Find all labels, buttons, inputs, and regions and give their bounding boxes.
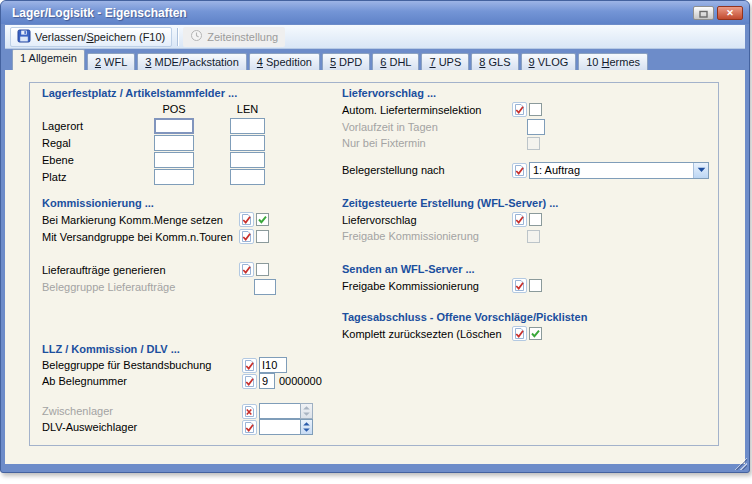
row-senden-freigabe: Freigabe Kommissionierung [342,277,714,294]
komplett-zuruecksetzen-checkbox[interactable] [529,327,542,340]
tab-dhl[interactable]: 6 DHL [372,53,419,70]
field-label: Bei Markierung Komm.Menge setzen [42,214,239,226]
window-buttons: ✕ [693,6,743,20]
field-state-check-icon[interactable] [512,278,527,293]
save-icon [17,29,31,45]
section-llz-kommission-dlv: LLZ / Kommission / DLV ... Beleggruppe f… [42,343,334,435]
field-label: Komplett zurücksezten (Löschen [342,328,512,340]
ebene-len-input[interactable] [230,152,265,168]
resize-grip[interactable] [734,457,747,470]
field-state-check-icon[interactable] [512,102,527,117]
dlv-ausweichlager-spinner[interactable] [259,419,313,435]
field-label: Belegerstellung nach [342,164,512,176]
section-title: Lagerfestplatz / Artikelstammfelder ... [42,87,334,101]
row-komm-menge: Bei Markierung Komm.Menge setzen [42,211,334,228]
field-label: Zwischenlager [42,405,242,417]
field-label: Mit Versandgruppe bei Komm.n.Touren [42,231,239,243]
autom-lieferterminselektion-checkbox[interactable] [529,103,542,116]
spinner-up-down-icon[interactable] [300,419,313,435]
field-state-check-icon[interactable] [239,229,254,244]
tab-content-allgemein: Lagerfestplatz / Artikelstammfelder ... … [5,70,745,464]
row-belegerstellung: Belegerstellung nach 1: Auftrag [342,161,714,179]
section-zeitgesteuerte-erstellung: Zeitgesteuerte Erstellung (WFL-Server) .… [342,197,714,244]
title-bar[interactable]: Lager/Logisitk - Eigenschaften ✕ [1,1,749,24]
row-lagerort: Lagerort [42,117,334,134]
lagerort-len-input[interactable] [230,118,265,134]
row-ab-belegnummer: Ab Belegnummer 0000000 [42,373,334,389]
close-button[interactable]: ✕ [717,6,743,20]
row-ebene: Ebene [42,151,334,168]
section-liefervorschlag: Liefervorschlag ... Autom. Liefertermins… [342,87,714,179]
beleggruppe-bestand-input[interactable] [259,357,287,373]
save-exit-label: Verlassen/Speichern (F10) [35,31,165,43]
tab-wfl[interactable]: 2 WFL [87,53,135,70]
field-state-check-icon[interactable] [242,420,257,435]
field-state-check-icon[interactable] [512,326,527,341]
section-kommissionierung: Kommissionierung ... Bei Markierung Komm… [42,197,334,295]
ab-belegnummer-input[interactable] [259,373,275,389]
save-exit-button[interactable]: Verlassen/Speichern (F10) [10,27,172,47]
window-title: Lager/Logisitk - Eigenschaften [12,6,187,20]
section-title: Senden an WFL-Server ... [342,263,714,277]
lieferauftraege-checkbox[interactable] [256,263,269,276]
maximize-button[interactable] [693,6,714,20]
tab-allgemein[interactable]: 1 Allgemein [12,49,85,70]
regal-len-input[interactable] [230,135,265,151]
belegerstellung-dropdown[interactable]: 1: Auftrag [529,162,709,179]
tab-dpd[interactable]: 5 DPD [322,53,370,70]
settings-panel: Lagerfestplatz / Artikelstammfelder ... … [29,82,719,446]
tab-spedition[interactable]: 4 Spedition [249,53,320,70]
field-label: Platz [42,171,154,183]
row-zwischenlager: Zwischenlager [42,403,334,419]
versandgruppe-checkbox[interactable] [256,230,269,243]
field-state-check-icon[interactable] [242,374,257,389]
field-state-check-icon[interactable] [512,212,527,227]
row-dlv-ausweichlager: DLV-Ausweichlager [42,419,334,435]
tab-hermes[interactable]: 10 Hermes [578,53,648,70]
row-versandgruppe: Mit Versandgruppe bei Komm.n.Touren [42,228,334,245]
time-setting-button: Zeiteinstellung [183,27,285,47]
field-label: Liefervorschlag [342,214,512,226]
section-title: LLZ / Kommission / DLV ... [42,343,334,357]
fixtermin-checkbox [527,137,540,150]
row-zeit-freigabe: Freigabe Kommissionierung [342,228,714,244]
tab-vlog[interactable]: 9 VLOG [521,53,577,70]
platz-len-input[interactable] [230,169,265,185]
field-state-check-icon[interactable] [239,262,254,277]
dialog-window: Lager/Logisitk - Eigenschaften ✕ Verlass… [0,0,750,473]
field-label: Nur bei Fixtermin [342,137,512,149]
senden-freigabe-checkbox[interactable] [529,279,542,292]
maximize-icon [699,4,708,22]
zeit-freigabe-checkbox [527,230,540,243]
spinner-up-down-icon [300,403,313,419]
toolbar-separator [177,28,178,46]
tab-mde-packstation[interactable]: 3 MDE/Packstation [137,53,247,70]
field-state-check-icon[interactable] [512,163,527,178]
row-lieferauftraege: Lieferaufträge generieren [42,261,334,278]
ebene-pos-input[interactable] [154,152,194,168]
section-title: Zeitgesteuerte Erstellung (WFL-Server) .… [342,197,714,211]
beleggruppe-lieferauftraege-input [254,279,276,295]
field-label: Lieferaufträge generieren [42,264,239,276]
section-title: Tagesabschluss - Offene Vorschläge/Pickl… [342,311,714,325]
platz-pos-input[interactable] [154,169,194,185]
dlv-ausweichlager-input[interactable] [259,419,300,435]
komm-menge-checkbox[interactable] [256,213,269,226]
tab-gls[interactable]: 8 GLS [471,53,518,70]
tab-ups[interactable]: 7 UPS [421,53,469,70]
chevron-down-icon[interactable] [693,163,708,178]
regal-pos-input[interactable] [154,135,194,151]
section-title: Kommissionierung ... [42,197,334,211]
clock-icon [190,29,203,44]
zwischenlager-spinner [259,403,313,419]
zeit-liefervorschlag-checkbox[interactable] [529,213,542,226]
row-zeit-liefervorschlag: Liefervorschlag [342,211,714,228]
section-tagesabschluss: Tagesabschluss - Offene Vorschläge/Pickl… [342,311,714,342]
field-state-check-icon[interactable] [239,212,254,227]
field-label: DLV-Ausweichlager [42,421,242,433]
time-setting-label: Zeiteinstellung [207,31,278,43]
field-state-check-icon[interactable] [242,358,257,373]
row-beleggruppe-lieferauftraege: Beleggruppe Lieferaufträge [42,278,334,295]
field-state-cross-icon[interactable] [242,404,257,419]
lagerort-pos-input[interactable] [154,118,194,134]
